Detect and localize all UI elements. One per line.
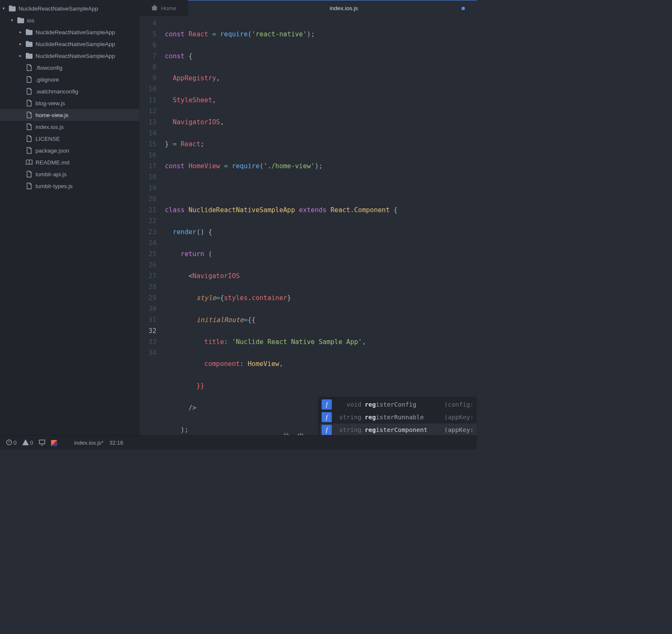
file-icon <box>25 147 33 154</box>
chevron-right-icon: ▸ <box>19 41 25 46</box>
status-file-name[interactable]: index.ios.js* <box>74 440 103 446</box>
tree-file-gitignore[interactable]: .gitignore <box>0 74 139 85</box>
tab-label: index.ios.js <box>330 5 358 11</box>
status-bar: 0 0 index.ios.js* 32:16 <box>0 435 477 450</box>
tree-label: .flowconfig <box>36 65 63 71</box>
function-badge-icon: f <box>322 425 332 435</box>
warning-icon <box>22 439 29 447</box>
scales-icon[interactable] <box>297 432 304 435</box>
tree-label: .watchmanconfig <box>36 88 78 95</box>
ac-return-type: void <box>336 399 365 410</box>
autocomplete-item[interactable]: f void registerConfig (config: ) <box>320 398 477 411</box>
file-icon <box>25 170 33 178</box>
ac-signature: (config: ) <box>444 399 477 410</box>
ac-signature: (appKey: string,… <box>444 412 477 423</box>
folder-icon <box>25 40 33 48</box>
chevron-down-icon: ▾ <box>11 18 16 22</box>
ac-return-type: string <box>336 424 365 435</box>
function-badge-icon: f <box>322 399 332 410</box>
tree-folder-ios[interactable]: ▾ ios <box>0 14 139 26</box>
tree-label: index.ios.js <box>36 124 64 130</box>
code-source[interactable]: const React = require('react-native'); c… <box>162 16 477 435</box>
folder-icon <box>25 28 33 36</box>
tree-label: home-view.js <box>36 112 68 118</box>
tree-label: NuclideReactNativeSampleApp <box>36 41 115 47</box>
home-icon <box>151 5 158 12</box>
tree-file-tumblrtypes[interactable]: tumblr-types.js <box>0 180 139 192</box>
ac-name: registerComponent <box>365 424 444 435</box>
folder-icon <box>25 52 33 60</box>
tree-file-readme[interactable]: README.md <box>0 156 139 168</box>
chevron-down-icon: ▾ <box>3 6 8 11</box>
tree-root[interactable]: ▾ NuclideReactNativeSampleApp <box>0 3 139 14</box>
file-icon <box>25 111 33 119</box>
tree-folder-collapsed[interactable]: ▸ NuclideReactNativeSampleApp <box>0 38 139 50</box>
flame-icon[interactable] <box>51 440 57 446</box>
tree-file-flowconfig[interactable]: .flowconfig <box>0 62 139 74</box>
tab-label: Home <box>161 5 176 11</box>
tree-label: README.md <box>36 159 69 166</box>
tree-label: tumblr-api.js <box>36 171 67 178</box>
function-badge-icon: f <box>322 412 332 422</box>
tree-folder-collapsed[interactable]: ▸ NuclideReactNativeSampleApp <box>0 50 139 62</box>
file-icon <box>25 87 33 95</box>
tree-label: tumblr-types.js <box>36 183 73 189</box>
folder-icon <box>8 5 16 12</box>
dirty-indicator-icon <box>462 7 465 10</box>
monitor-icon[interactable] <box>39 439 45 447</box>
tree-label: package.json <box>36 148 69 154</box>
tree-label: NuclideReactNativeSampleApp <box>36 53 115 59</box>
tab-bar: Home index.ios.js <box>139 0 477 16</box>
book-icon <box>25 158 33 166</box>
tree-file-package[interactable]: package.json <box>0 145 139 156</box>
autocomplete-item-selected[interactable]: f string registerComponent (appKey: stri… <box>320 424 477 435</box>
code-editor[interactable]: 456 789 101112 131415 161718 192021 2223… <box>139 16 477 435</box>
ac-name: registerRunnable <box>365 412 444 423</box>
tab-home[interactable]: Home <box>139 0 188 16</box>
svg-rect-1 <box>39 440 45 444</box>
error-icon <box>6 439 12 447</box>
tree-file-indexios[interactable]: index.ios.js <box>0 121 139 133</box>
file-icon <box>25 76 33 83</box>
warning-count[interactable]: 0 <box>22 439 33 447</box>
autocomplete-popup[interactable]: f void registerConfig (config: ) f strin… <box>320 398 477 435</box>
folder-icon <box>17 16 25 24</box>
line-gutter: 456 789 101112 131415 161718 192021 2223… <box>139 16 162 435</box>
tree-label: NuclideReactNativeSampleApp <box>36 29 115 36</box>
ac-return-type: string <box>336 412 365 423</box>
file-icon <box>25 123 33 131</box>
tree-file-homeview[interactable]: home-view.js <box>0 109 139 121</box>
file-icon <box>25 135 33 142</box>
tree-label: .gitignore <box>36 77 59 83</box>
status-cursor-position[interactable]: 32:16 <box>109 440 123 446</box>
tree-folder-collapsed[interactable]: ▸ NuclideReactNativeSampleApp <box>0 26 139 38</box>
tree-label: ios <box>27 17 34 24</box>
tree-label: LICENSE <box>36 136 60 142</box>
tree-file-blogview[interactable]: blog-view.js <box>0 97 139 109</box>
ac-signature: (appKey: string,… <box>444 424 477 435</box>
tree-root-label: NuclideReactNativeSampleApp <box>19 5 98 12</box>
file-icon <box>25 182 33 190</box>
tree-file-license[interactable]: LICENSE <box>0 133 139 145</box>
file-tree[interactable]: ▾ NuclideReactNativeSampleApp ▾ ios ▸ Nu… <box>0 0 139 435</box>
plug-icon[interactable] <box>282 432 290 435</box>
editor-toolbar <box>282 432 304 435</box>
tree-label: blog-view.js <box>36 100 65 107</box>
file-icon <box>25 64 33 71</box>
tab-active-file[interactable]: index.ios.js <box>188 0 477 16</box>
tree-file-tumblrapi[interactable]: tumblr-api.js <box>0 168 139 180</box>
autocomplete-item[interactable]: f string registerRunnable (appKey: strin… <box>320 411 477 424</box>
chevron-right-icon: ▸ <box>19 53 25 58</box>
ac-name: registerConfig <box>365 399 444 410</box>
file-icon <box>25 99 33 107</box>
tree-file-watchman[interactable]: .watchmanconfig <box>0 85 139 97</box>
chevron-right-icon: ▸ <box>19 30 25 34</box>
error-count[interactable]: 0 <box>6 439 16 447</box>
